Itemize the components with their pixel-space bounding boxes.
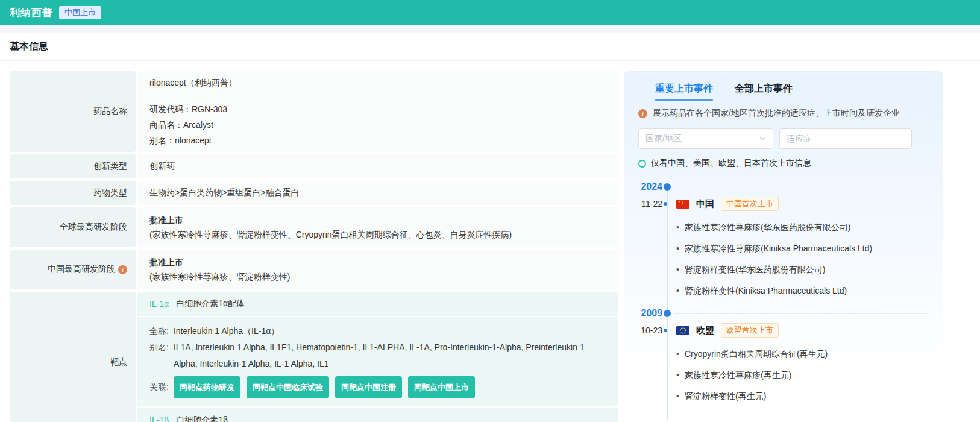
event-item: 肾淀粉样变性(再生元) bbox=[676, 391, 929, 402]
global-stage-indications: (家族性寒冷性荨麻疹、肾淀粉样变性、Cryopyrin蛋白相关周期综合征、心包炎… bbox=[149, 227, 606, 242]
drug-type-label: 药物类型 bbox=[10, 181, 136, 205]
first-listing-badge: 中国首次上市 bbox=[721, 197, 779, 211]
timeline-date: 10-23 bbox=[638, 326, 662, 335]
target-alias-row: 别名: IL1A, Interleukin 1 Alpha, IL1F1, He… bbox=[149, 339, 606, 372]
timeline-date: 11-22 bbox=[638, 199, 662, 209]
timeline-group-2024: 2024 11-22 bbox=[638, 180, 929, 297]
drug-name-details: 研发代码：RGN-303 商品名：Arcalyst 别名：rilonacept bbox=[137, 95, 618, 154]
event-item: 家族性寒冷性荨麻疹(Kiniksa Pharmaceuticals Ltd) bbox=[676, 243, 929, 254]
target-1-name: 白细胞介素1α配体 bbox=[176, 298, 245, 309]
target-relation-row: 关联: 同靶点药物研发 同靶点中国临床试验 同靶点中国注册 同靶点中国上市 bbox=[149, 376, 606, 398]
drug-name-label: 药品名称 bbox=[10, 71, 136, 152]
note-text: 展示药品在各个国家/地区首次批准的适应症、上市时间及研发企业 bbox=[653, 108, 900, 119]
event-item: 家族性寒冷性荨麻疹(再生元) bbox=[676, 370, 929, 381]
global-stage-label: 全球最高研发阶段 bbox=[10, 207, 136, 247]
row-drug-type: 药物类型 生物药>蛋白类药物>重组蛋白>融合蛋白 bbox=[10, 181, 618, 205]
event-list-2024: 家族性寒冷性荨麻疹(华东医药股份有限公司) 家族性寒冷性荨麻疹(Kiniksa … bbox=[638, 222, 929, 297]
region-name: 欧盟 bbox=[696, 325, 714, 336]
event-item: 家族性寒冷性荨麻疹(华东医药股份有限公司) bbox=[676, 222, 929, 233]
first-listing-filter: 仅看中国、美国、欧盟、日本首次上市信息 bbox=[638, 158, 929, 169]
timeline-group-2009: 2009 10-23 bbox=[638, 306, 929, 402]
drug-name-primary: rilonacept（利纳西普） bbox=[137, 71, 618, 95]
target-1-detail: 全称: Interleukin 1 Alpha（IL-1α） 别名: IL1A,… bbox=[137, 317, 618, 408]
alias-prefix: 别名: bbox=[149, 339, 169, 372]
same-target-cn-trials-button[interactable]: 同靶点中国临床试验 bbox=[247, 376, 329, 398]
main-content: 药品名称 rilonacept（利纳西普） 研发代码：RGN-303 商品名：A… bbox=[0, 61, 980, 422]
region-name: 中国 bbox=[696, 198, 714, 210]
page-header: 利纳西普 中国上市 bbox=[0, 0, 980, 25]
year-dot bbox=[664, 183, 671, 191]
drug-title: 利纳西普 bbox=[10, 6, 53, 20]
full-name-value: Interleukin 1 Alpha（IL-1α） bbox=[174, 323, 279, 339]
timeline-year: 2024 bbox=[638, 181, 662, 192]
same-target-rd-button[interactable]: 同靶点药物研发 bbox=[174, 376, 240, 398]
radio-button[interactable] bbox=[638, 160, 646, 168]
alias-name: 别名：rilonacept bbox=[149, 133, 606, 148]
listing-events-panel: 重要上市事件 全部上市事件 i 展示药品在各个国家/地区首次批准的适应症、上市时… bbox=[624, 71, 943, 422]
timeline-year: 2009 bbox=[638, 308, 662, 319]
row-target: 靶点 IL-1α 白细胞介素1α配体 全称: Interleukin 1 Alp… bbox=[10, 292, 618, 422]
section-bar: 基本信息 bbox=[0, 33, 980, 61]
china-listed-badge: 中国上市 bbox=[59, 6, 101, 19]
same-target-cn-registration-button[interactable]: 同靶点中国注册 bbox=[335, 376, 402, 398]
tab-all-listing-events[interactable]: 全部上市事件 bbox=[735, 83, 793, 101]
same-target-cn-listed-button[interactable]: 同靶点中国上市 bbox=[408, 376, 475, 398]
target-2-name: 白细胞介素1β bbox=[176, 415, 228, 422]
info-icon[interactable]: i bbox=[118, 265, 127, 274]
region-select-placeholder: 国家/地区 bbox=[645, 133, 682, 144]
alias-value: IL1A, Interleukin 1 Alpha, IL1F1, Hemato… bbox=[174, 339, 606, 372]
china-flag-icon bbox=[676, 200, 689, 209]
target-2-header: IL-1β 白细胞介素1β bbox=[137, 408, 618, 422]
group-separator bbox=[674, 313, 929, 314]
event-item: 肾淀粉样变性(Kiniksa Pharmaceuticals Ltd) bbox=[676, 285, 929, 297]
global-stage-value: 批准上市 (家族性寒冷性荨麻疹、肾淀粉样变性、Cryopyrin蛋白相关周期综合… bbox=[137, 207, 618, 247]
filters-row: 国家/地区 bbox=[638, 128, 929, 149]
relation-prefix: 关联: bbox=[149, 379, 169, 395]
china-stage-name: 批准上市 bbox=[149, 255, 606, 269]
china-stage-value: 批准上市 (家族性寒冷性荨麻疹、肾淀粉样变性) bbox=[137, 250, 618, 289]
events-tabs: 重要上市事件 全部上市事件 bbox=[655, 83, 929, 101]
innovation-type-value: 创新药 bbox=[137, 154, 618, 178]
target-1-link[interactable]: IL-1α bbox=[149, 299, 169, 309]
row-drug-name: 药品名称 rilonacept（利纳西普） 研发代码：RGN-303 商品名：A… bbox=[10, 71, 618, 152]
trade-name: 商品名：Arcalyst bbox=[149, 117, 606, 133]
dev-code: 研发代码：RGN-303 bbox=[149, 101, 606, 117]
target-1-header: IL-1α 白细胞介素1α配体 bbox=[137, 292, 618, 317]
target-full-name-row: 全称: Interleukin 1 Alpha（IL-1α） bbox=[149, 323, 606, 339]
row-innovation-type: 创新类型 创新药 bbox=[10, 154, 618, 178]
event-list-2009: Cryopyrin蛋白相关周期综合征(再生元) 家族性寒冷性荨麻疹(再生元) 肾… bbox=[638, 348, 929, 402]
events-timeline: 2024 11-22 bbox=[638, 180, 929, 402]
header-substrip bbox=[0, 25, 980, 33]
event-item: 肾淀粉样变性(华东医药股份有限公司) bbox=[676, 264, 929, 276]
target-label: 靶点 bbox=[10, 292, 136, 422]
drug-name-value: rilonacept（利纳西普） 研发代码：RGN-303 商品名：Arcaly… bbox=[137, 71, 618, 152]
section-title: 基本信息 bbox=[10, 40, 48, 53]
china-stage-indications: (家族性寒冷性荨麻疹、肾淀粉样变性) bbox=[149, 269, 606, 284]
basic-info-table: 药品名称 rilonacept（利纳西普） 研发代码：RGN-303 商品名：A… bbox=[10, 71, 618, 422]
drug-type-value: 生物药>蛋白类药物>重组蛋白>融合蛋白 bbox=[137, 181, 618, 205]
global-stage-name: 批准上市 bbox=[149, 213, 606, 227]
innovation-type-label: 创新类型 bbox=[10, 154, 136, 178]
indication-input[interactable] bbox=[779, 128, 912, 149]
row-global-stage: 全球最高研发阶段 批准上市 (家族性寒冷性荨麻疹、肾淀粉样变性、Cryopyri… bbox=[10, 207, 618, 247]
panel-note: i 展示药品在各个国家/地区首次批准的适应症、上市时间及研发企业 bbox=[638, 108, 929, 119]
date-node bbox=[664, 202, 667, 206]
note-info-icon: i bbox=[638, 109, 647, 118]
target-2-link[interactable]: IL-1β bbox=[149, 415, 169, 422]
chevron-down-icon bbox=[759, 135, 766, 142]
radio-label: 仅看中国、美国、欧盟、日本首次上市信息 bbox=[651, 158, 811, 169]
event-item: Cryopyrin蛋白相关周期综合征(再生元) bbox=[676, 348, 929, 360]
eu-flag-icon bbox=[676, 326, 689, 335]
year-dot bbox=[664, 310, 671, 317]
target-value: IL-1α 白细胞介素1α配体 全称: Interleukin 1 Alpha（… bbox=[137, 292, 618, 422]
china-stage-label: 中国最高研发阶段 i bbox=[10, 250, 136, 289]
tab-key-listing-events[interactable]: 重要上市事件 bbox=[655, 83, 713, 101]
row-china-stage: 中国最高研发阶段 i 批准上市 (家族性寒冷性荨麻疹、肾淀粉样变性) bbox=[10, 250, 618, 289]
first-listing-badge: 欧盟首次上市 bbox=[721, 323, 779, 338]
region-select[interactable]: 国家/地区 bbox=[638, 128, 773, 149]
date-node bbox=[664, 329, 667, 332]
full-name-prefix: 全称: bbox=[149, 323, 169, 339]
